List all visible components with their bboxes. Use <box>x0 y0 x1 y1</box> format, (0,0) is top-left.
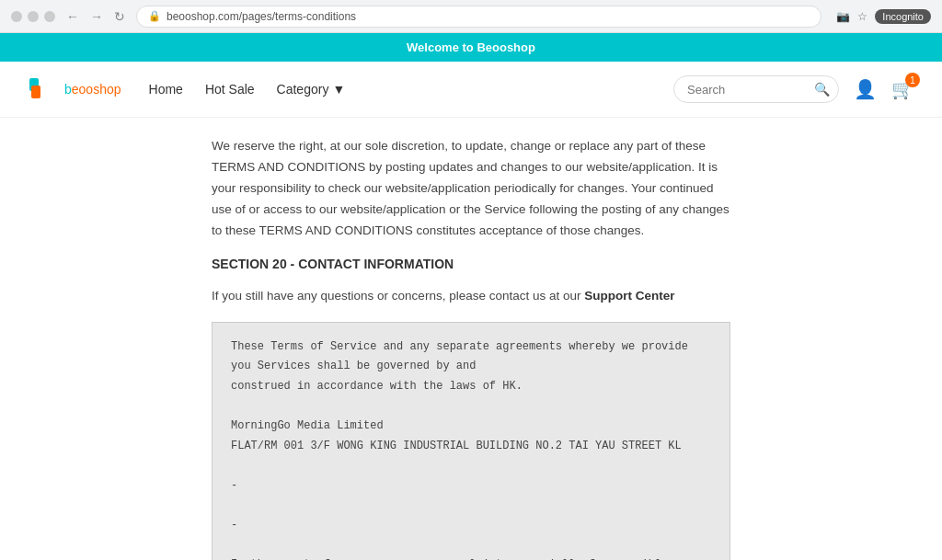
browser-dots <box>11 11 55 22</box>
nav-category-label: Category <box>277 82 329 97</box>
contact-text: If you still have any questions or conce… <box>212 286 730 307</box>
info-box: These Terms of Service and any separate … <box>212 322 730 560</box>
main-content: We reserve the right, at our sole discre… <box>0 118 942 560</box>
user-icon[interactable]: 👤 <box>854 78 877 100</box>
search-icon: 🔍 <box>814 82 830 97</box>
browser-dot-3 <box>44 11 55 22</box>
logo-text: beooshop <box>64 82 121 97</box>
info-line-6: - <box>231 516 711 536</box>
intro-text: We reserve the right, at our sole discre… <box>212 136 730 242</box>
nav-home[interactable]: Home <box>149 82 183 97</box>
info-line-3: MorningGo Media Limited <box>231 417 711 437</box>
section-title: SECTION 20 - CONTACT INFORMATION <box>212 257 730 271</box>
info-line-2: construed in accordance with the laws of… <box>231 377 711 397</box>
url-text: beooshop.com/pages/terms-conditions <box>167 10 356 23</box>
support-center-link[interactable]: Support Center <box>584 289 674 303</box>
url-bar[interactable]: 🔒 beooshop.com/pages/terms-conditions <box>136 6 821 28</box>
top-banner: Welcome to Beooshop <box>0 33 942 62</box>
search-input[interactable] <box>687 83 807 97</box>
lock-icon: 🔒 <box>148 10 161 22</box>
search-box[interactable]: 🔍 <box>673 75 839 103</box>
incognito-badge: Incognito <box>875 9 931 24</box>
info-line-7: In the event of any concerns or complain… <box>231 555 711 560</box>
browser-dot-1 <box>11 11 22 22</box>
header: beooshop Home Hot Sale Category ▼ 🔍 👤 🛒 … <box>0 62 942 118</box>
info-line-5: - <box>231 476 711 497</box>
nav-hot-sale[interactable]: Hot Sale <box>205 82 255 97</box>
header-right: 🔍 👤 🛒 1 <box>673 75 914 103</box>
browser-arrows: ← → ↻ <box>63 7 129 26</box>
banner-text: Welcome to Beooshop <box>407 40 535 54</box>
nav-category[interactable]: Category ▼ <box>277 82 346 97</box>
info-line-1: These Terms of Service and any separate … <box>231 337 711 377</box>
cart-icon[interactable]: 🛒 1 <box>891 78 914 100</box>
back-button[interactable]: ← <box>63 7 83 26</box>
forward-button[interactable]: → <box>86 7 107 26</box>
main-nav: Home Hot Sale Category ▼ <box>149 82 346 97</box>
browser-dot-2 <box>28 11 39 22</box>
browser-chrome: ← → ↻ 🔒 beooshop.com/pages/terms-conditi… <box>0 0 942 33</box>
star-icon: ☆ <box>857 10 867 23</box>
logo-icon <box>28 73 61 106</box>
camera-icon: 📷 <box>836 10 850 23</box>
cart-badge: 1 <box>905 73 920 87</box>
svg-rect-1 <box>31 86 40 98</box>
browser-right-controls: 📷 ☆ Incognito <box>836 9 931 24</box>
reload-button[interactable]: ↻ <box>110 7 129 26</box>
contact-text-label: If you still have any questions or conce… <box>212 289 580 303</box>
chevron-down-icon: ▼ <box>332 82 345 97</box>
info-line-4: FLAT/RM 001 3/F WONG KING INDUSTRIAL BUI… <box>231 437 711 457</box>
logo[interactable]: beooshop <box>28 73 121 106</box>
